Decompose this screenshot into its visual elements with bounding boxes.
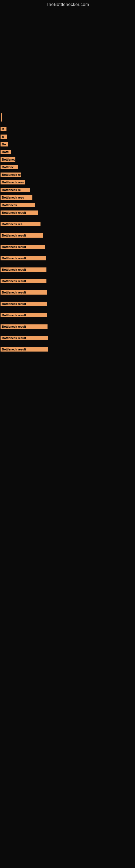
bottleneck-label: Bottlene <box>1 165 18 169</box>
label-item: Bottleneck res <box>1 222 134 228</box>
labels-section: BBBoBottlBottleneck rBottleneBottleneck … <box>0 123 135 357</box>
label-item: Bottleneck result <box>1 347 134 353</box>
bottleneck-label: Bo <box>1 142 8 147</box>
chart-area <box>0 8 135 111</box>
bottleneck-label: Bottleneck <box>1 203 35 207</box>
bottleneck-label: Bottleneck re <box>1 173 21 177</box>
label-item: Bottl <box>1 150 134 156</box>
bottleneck-label: Bottleneck result <box>1 211 38 215</box>
bottleneck-label: Bottleneck resu <box>1 195 32 199</box>
label-item: Bottleneck result <box>1 211 134 216</box>
label-item: B <box>1 134 134 141</box>
label-item: Bottlene <box>1 165 134 171</box>
bottleneck-label: B <box>1 127 6 131</box>
bottleneck-label: Bottleneck result <box>1 302 47 306</box>
bottleneck-label: Bottleneck result <box>1 256 46 260</box>
label-item: B <box>1 127 134 133</box>
label-item: Bottleneck resu <box>1 180 134 186</box>
bottleneck-label: Bottleneck res <box>1 222 41 226</box>
bottleneck-label: Bottleneck result <box>1 324 48 329</box>
label-item: Bottleneck result <box>1 245 134 251</box>
bottleneck-label: Bottleneck result <box>1 347 48 351</box>
bottleneck-label: Bottleneck result <box>1 268 46 272</box>
label-item: Bottleneck result <box>1 256 134 262</box>
label-item: Bottleneck result <box>1 279 134 285</box>
bottleneck-label: Bottleneck result <box>1 279 46 283</box>
label-item: Bottleneck re <box>1 188 134 194</box>
bottleneck-label: Bottleneck resu <box>1 180 25 184</box>
label-item: Bottleneck r <box>1 157 134 163</box>
bottleneck-label: Bottl <box>1 150 11 154</box>
bottleneck-label: Bottleneck result <box>1 245 45 249</box>
label-item: Bottleneck result <box>1 324 134 330</box>
vertical-bar-indicator <box>1 113 2 122</box>
label-item: Bottleneck result <box>1 313 134 319</box>
label-item: Bottleneck <box>1 203 134 209</box>
bottleneck-label: Bottleneck result <box>1 313 47 317</box>
label-item: Bottleneck result <box>1 268 134 273</box>
label-item: Bottleneck result <box>1 233 134 239</box>
label-item: Bo <box>1 142 134 148</box>
label-item: Bottleneck result <box>1 336 134 342</box>
bottleneck-label: Bottleneck result <box>1 336 48 340</box>
label-item: Bottleneck resu <box>1 195 134 201</box>
label-item: Bottleneck result <box>1 302 134 308</box>
label-item: Bottleneck re <box>1 173 134 179</box>
bottleneck-label: B <box>1 134 7 139</box>
bottleneck-label: Bottleneck r <box>1 157 15 162</box>
bottleneck-label: Bottleneck result <box>1 290 47 294</box>
site-title: TheBottlenecker.com <box>0 0 135 8</box>
label-item: Bottleneck result <box>1 290 134 296</box>
bottleneck-label: Bottleneck re <box>1 188 30 192</box>
bottleneck-label: Bottleneck result <box>1 233 43 238</box>
